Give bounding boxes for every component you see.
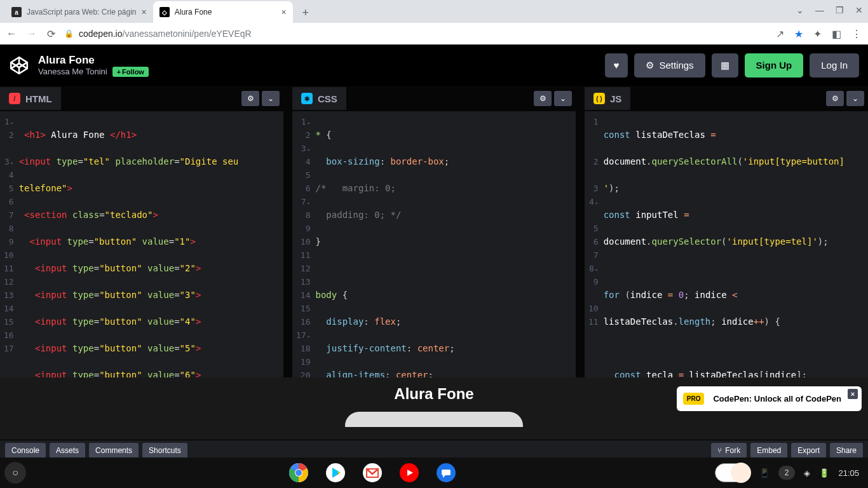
grid-icon: ▦ xyxy=(721,60,729,71)
editor-row: / HTML ⚙ ⌄ 1234567891011121314151617 <h1… xyxy=(0,86,868,377)
js-tab[interactable]: ( ) JS xyxy=(585,87,630,110)
extensions-icon[interactable]: ✦ xyxy=(813,28,822,40)
fork-button[interactable]: ⑂Fork xyxy=(711,443,747,458)
svg-rect-17 xyxy=(442,470,451,475)
like-button[interactable]: ♥ xyxy=(605,53,628,78)
messages-icon[interactable] xyxy=(433,460,459,485)
window-controls: ⌄ — ❐ ✕ xyxy=(796,5,863,15)
bookmark-star-icon[interactable]: ★ xyxy=(794,28,803,40)
css-tab[interactable]: ✱ CSS xyxy=(292,87,346,110)
close-promo-icon[interactable]: × xyxy=(848,389,858,399)
url-domain: codepen.io xyxy=(79,29,123,39)
preview-heading: Alura Fone xyxy=(394,385,473,403)
promo-banner[interactable]: PRO CodePen: Unlock all of CodePen × xyxy=(677,386,862,411)
youtube-icon[interactable] xyxy=(397,460,422,485)
fork-icon: ⑂ xyxy=(717,446,722,455)
notification-pill[interactable]: 2 xyxy=(778,466,796,480)
comments-button[interactable]: Comments xyxy=(89,443,139,458)
codepen-header: Alura Fone Vanessa Me Tonini + Follow ♥ … xyxy=(0,44,868,86)
code-content: const listaDeTeclas = document.querySele… xyxy=(604,111,844,377)
minimize-icon[interactable]: — xyxy=(815,5,824,15)
shortcuts-button[interactable]: Shortcuts xyxy=(142,443,187,458)
html-code-area[interactable]: 1234567891011121314151617 <h1> Alura Fon… xyxy=(0,111,283,377)
editor-gear-button[interactable]: ⚙ xyxy=(241,91,259,106)
gear-icon: ⚙ xyxy=(646,60,654,71)
share-button[interactable]: Share xyxy=(830,443,863,458)
forward-icon[interactable]: → xyxy=(27,28,37,39)
pro-badge-icon: PRO xyxy=(683,393,705,405)
heart-icon: ♥ xyxy=(614,60,620,71)
console-button[interactable]: Console xyxy=(5,443,46,458)
share-icon[interactable]: ↗ xyxy=(776,28,784,40)
js-badge-icon: ( ) xyxy=(593,93,605,104)
settings-button[interactable]: ⚙Settings xyxy=(634,53,705,78)
favicon-icon: ◇ xyxy=(159,7,170,17)
preview-tel-input[interactable] xyxy=(345,412,523,427)
favicon-icon: a xyxy=(11,7,22,17)
js-editor: ( ) JS ⚙ ⌄ 1234567891011 const listaDeTe… xyxy=(585,86,868,377)
embed-button[interactable]: Embed xyxy=(750,443,787,458)
assets-button[interactable]: Assets xyxy=(50,443,85,458)
address-bar: ← → ⟳ 🔒 codepen.io/vanessametonini/pen/e… xyxy=(0,23,868,44)
html-badge-icon: / xyxy=(9,93,20,104)
close-tab-icon[interactable]: × xyxy=(281,7,287,17)
reload-icon[interactable]: ⟳ xyxy=(47,28,55,40)
editor-gear-button[interactable]: ⚙ xyxy=(826,91,844,106)
signup-button[interactable]: Sign Up xyxy=(745,53,804,78)
editor-gear-button[interactable]: ⚙ xyxy=(534,91,552,106)
maximize-icon[interactable]: ❐ xyxy=(836,5,844,15)
gmail-icon[interactable] xyxy=(360,460,385,485)
url-path: /vanessametonini/pen/eYEVEqR xyxy=(123,29,252,39)
url-input[interactable]: 🔒 codepen.io/vanessametonini/pen/eYEVEqR xyxy=(64,29,767,39)
launcher-icon[interactable]: ○ xyxy=(4,462,26,484)
chevron-down-icon[interactable]: ⌄ xyxy=(796,5,804,15)
promo-text: CodePen: Unlock all of CodePen xyxy=(713,394,841,403)
new-tab-button[interactable]: + xyxy=(297,4,315,22)
html-editor: / HTML ⚙ ⌄ 1234567891011121314151617 <h1… xyxy=(0,86,283,377)
html-tab[interactable]: / HTML xyxy=(0,87,61,110)
back-icon[interactable]: ← xyxy=(6,28,17,39)
gutter: 1234567891011121314151617181920 xyxy=(292,111,315,377)
browser-tab-active[interactable]: ◇ Alura Fone × xyxy=(153,1,293,23)
svg-point-6 xyxy=(295,470,302,476)
gutter: 1234567891011121314151617 xyxy=(0,111,19,377)
pen-author[interactable]: Vanessa Me Tonini xyxy=(38,67,107,76)
code-content: * { box-sizing: border-box; /* margin: 0… xyxy=(315,111,465,377)
editor-chevron-button[interactable]: ⌄ xyxy=(846,91,864,106)
tab-title: Alura Fone xyxy=(175,8,276,17)
css-code-area[interactable]: 1234567891011121314151617181920 * { box-… xyxy=(292,111,576,377)
browser-tab-inactive[interactable]: a JavaScript para Web: Crie págin × xyxy=(5,1,153,23)
follow-button[interactable]: + Follow xyxy=(112,67,149,77)
clock[interactable]: 21:05 xyxy=(838,468,859,478)
tray-preview-icon[interactable] xyxy=(715,463,750,482)
close-window-icon[interactable]: ✕ xyxy=(855,5,863,15)
menu-dots-icon[interactable]: ⋮ xyxy=(851,28,862,40)
editor-chevron-button[interactable]: ⌄ xyxy=(554,91,572,106)
codepen-logo-icon[interactable] xyxy=(9,55,29,76)
browser-chrome: a JavaScript para Web: Crie págin × ◇ Al… xyxy=(0,0,868,44)
play-store-icon[interactable] xyxy=(323,460,348,485)
js-code-area[interactable]: 1234567891011 const listaDeTeclas = docu… xyxy=(585,111,868,377)
css-badge-icon: ✱ xyxy=(301,93,313,104)
taskbar: ○ 📱 2 ◈ 🔋 21:05 xyxy=(0,458,868,488)
wifi-icon[interactable]: ◈ xyxy=(804,468,810,478)
tab-title: JavaScript para Web: Crie págin xyxy=(27,8,137,17)
editor-chevron-button[interactable]: ⌄ xyxy=(262,91,280,106)
pen-title: Alura Fone xyxy=(38,54,149,67)
close-tab-icon[interactable]: × xyxy=(142,7,147,17)
code-content: <h1> Alura Fone </h1> <input type="tel" … xyxy=(19,111,244,377)
login-button[interactable]: Log In xyxy=(810,53,859,78)
sidepanel-icon[interactable]: ◧ xyxy=(832,28,841,40)
phone-icon[interactable]: 📱 xyxy=(759,468,770,478)
view-layout-button[interactable]: ▦ xyxy=(712,53,738,78)
css-editor: ✱ CSS ⚙ ⌄ 123456789101112131415161718192… xyxy=(292,86,576,377)
lock-icon: 🔒 xyxy=(64,29,74,38)
gutter: 1234567891011 xyxy=(585,111,604,377)
battery-icon[interactable]: 🔋 xyxy=(819,468,829,478)
chrome-icon[interactable] xyxy=(286,460,311,485)
export-button[interactable]: Export xyxy=(791,443,826,458)
tab-strip: a JavaScript para Web: Crie págin × ◇ Al… xyxy=(0,0,868,23)
